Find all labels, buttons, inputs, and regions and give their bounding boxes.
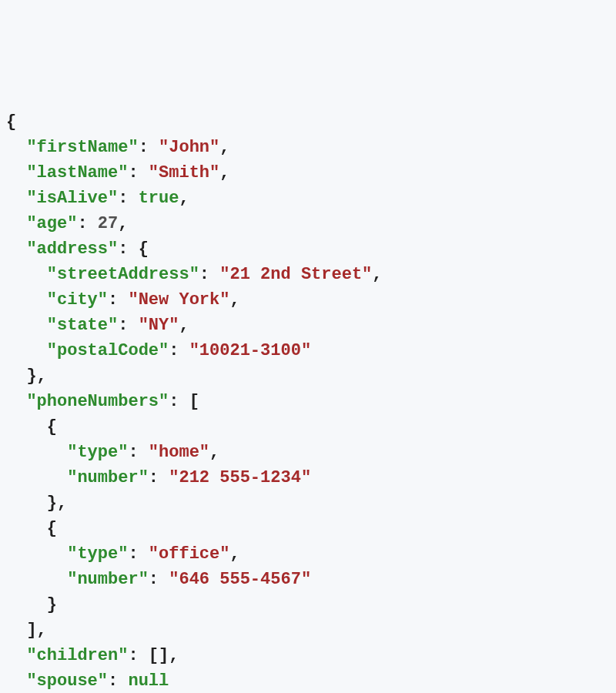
indent xyxy=(6,163,26,182)
value-lastName: "Smith" xyxy=(149,163,219,182)
value-number-office: "646 555-4567" xyxy=(169,570,311,589)
key-state: "state" xyxy=(47,316,118,335)
indent xyxy=(6,519,47,538)
comma: , xyxy=(372,265,382,284)
close-brace: } xyxy=(47,494,57,513)
indent xyxy=(6,595,47,614)
comma: , xyxy=(57,494,67,513)
value-type-office: "office" xyxy=(149,544,230,564)
value-number-home: "212 555-1234" xyxy=(169,468,311,487)
comma: , xyxy=(118,214,128,233)
open-brace: { xyxy=(47,417,57,437)
comma: , xyxy=(179,189,189,208)
value-isAlive: true xyxy=(139,189,179,208)
indent xyxy=(6,621,26,640)
close-brace: } xyxy=(26,367,36,386)
indent xyxy=(6,494,47,513)
colon: : xyxy=(139,138,159,157)
key-firstName: "firstName" xyxy=(26,138,138,157)
key-type: "type" xyxy=(67,544,128,564)
value-firstName: "John" xyxy=(159,138,219,157)
indent xyxy=(6,570,67,589)
indent xyxy=(6,341,47,360)
value-streetAddress: "21 2nd Street" xyxy=(219,265,372,284)
indent xyxy=(6,443,67,462)
comma: , xyxy=(209,443,219,462)
key-type: "type" xyxy=(67,443,128,462)
value-city: "New York" xyxy=(128,290,229,310)
colon: : xyxy=(149,468,169,487)
colon: : xyxy=(128,646,148,665)
key-lastName: "lastName" xyxy=(26,163,128,182)
key-address: "address" xyxy=(26,239,118,259)
indent xyxy=(6,468,67,487)
comma: , xyxy=(219,163,229,182)
key-age: "age" xyxy=(26,214,77,233)
key-isAlive: "isAlive" xyxy=(26,189,118,208)
value-children: [] xyxy=(149,646,169,665)
key-streetAddress: "streetAddress" xyxy=(47,265,199,284)
comma: , xyxy=(229,544,239,564)
comma: , xyxy=(219,138,229,157)
key-number: "number" xyxy=(67,468,149,487)
json-code-block: { "firstName": "John", "lastName": "Smit… xyxy=(6,109,610,693)
close-bracket: ] xyxy=(26,621,36,640)
key-phoneNumbers: "phoneNumbers" xyxy=(26,392,169,411)
indent xyxy=(6,544,67,564)
colon: : xyxy=(128,544,148,564)
indent xyxy=(6,214,26,233)
colon: : xyxy=(77,214,97,233)
colon: : xyxy=(118,189,138,208)
value-state: "NY" xyxy=(139,316,179,335)
indent xyxy=(6,265,47,284)
indent xyxy=(6,392,26,411)
open-brace: { xyxy=(139,239,149,259)
comma: , xyxy=(37,367,47,386)
key-children: "children" xyxy=(26,646,128,665)
key-number: "number" xyxy=(67,570,149,589)
indent xyxy=(6,646,26,665)
key-postalCode: "postalCode" xyxy=(47,341,169,360)
colon: : xyxy=(118,239,138,259)
open-brace: { xyxy=(6,112,16,132)
comma: , xyxy=(229,290,239,310)
colon: : xyxy=(128,163,148,182)
value-postalCode: "10021-3100" xyxy=(189,341,311,360)
comma: , xyxy=(179,316,189,335)
open-brace: { xyxy=(47,519,57,538)
comma: , xyxy=(37,621,47,640)
colon: : xyxy=(169,392,189,411)
colon: : xyxy=(108,290,128,310)
indent xyxy=(6,189,26,208)
indent xyxy=(6,138,26,157)
close-brace: } xyxy=(47,595,57,614)
colon: : xyxy=(118,316,138,335)
indent xyxy=(6,290,47,310)
key-spouse: "spouse" xyxy=(26,671,108,691)
indent xyxy=(6,239,26,259)
indent xyxy=(6,316,47,335)
value-age: 27 xyxy=(98,214,118,233)
colon: : xyxy=(199,265,219,284)
colon: : xyxy=(149,570,169,589)
colon: : xyxy=(108,671,128,691)
indent xyxy=(6,671,26,691)
indent xyxy=(6,367,26,386)
indent xyxy=(6,417,47,437)
colon: : xyxy=(169,341,189,360)
key-city: "city" xyxy=(47,290,108,310)
comma: , xyxy=(169,646,179,665)
value-spouse: null xyxy=(128,671,169,691)
colon: : xyxy=(128,443,148,462)
open-bracket: [ xyxy=(189,392,199,411)
value-type-home: "home" xyxy=(149,443,209,462)
